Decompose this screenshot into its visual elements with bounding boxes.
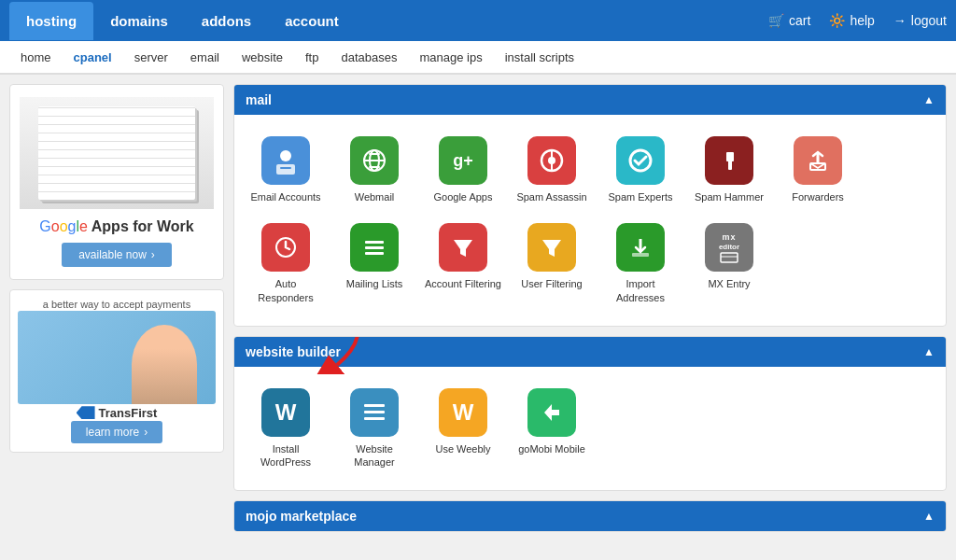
subnav-manage-ips[interactable]: manage ips <box>408 43 493 72</box>
spam-assassin-label: Spam Assassin <box>516 190 586 203</box>
mx-entry-img: mx editor <box>705 223 753 272</box>
tf-icon <box>77 406 95 419</box>
google-apps-icon[interactable]: g+ Google Apps <box>421 129 505 211</box>
import-addresses-img <box>616 223 665 272</box>
sub-navigation: home cpanel server email website ftp dat… <box>0 41 956 75</box>
user-filtering-img <box>527 223 576 272</box>
subnav-home[interactable]: home <box>9 43 63 72</box>
forwarders-label: Forwarders <box>792 190 844 203</box>
google-card-image <box>20 97 214 209</box>
website-builder-body: W Install WordPress Website Manager W Us… <box>234 367 946 491</box>
google-text: Google Apps for Work <box>39 218 193 235</box>
mojo-marketplace-header: mojo marketplace ▲ <box>234 501 946 531</box>
payment-tagline: a better way to accept payments <box>43 299 190 310</box>
sidebar: Google Apps for Work available now › a b… <box>9 84 224 551</box>
svg-marker-19 <box>454 240 472 257</box>
mail-section-title: mail <box>246 92 272 107</box>
account-filtering-img <box>439 223 487 272</box>
email-accounts-icon[interactable]: Email Accounts <box>244 129 328 211</box>
website-manager-img <box>350 388 399 437</box>
import-addresses-label: Import Addresses <box>602 277 679 304</box>
mojo-marketplace-collapse-icon[interactable]: ▲ <box>923 510 935 523</box>
subnav-email[interactable]: email <box>179 43 231 72</box>
svg-marker-28 <box>544 404 559 421</box>
cart-link[interactable]: 🛒 cart <box>768 13 810 28</box>
person-silhouette <box>18 311 216 404</box>
gomobi-mobile-img <box>527 388 576 437</box>
auto-responders-img <box>261 223 310 272</box>
mail-section-header: mail ▲ <box>234 85 946 115</box>
install-wordpress-icon[interactable]: W Install WordPress <box>244 381 328 477</box>
mojo-marketplace-title: mojo marketplace <box>246 509 357 524</box>
main-content: Google Apps for Work available now › a b… <box>0 75 956 560</box>
website-builder-section: website builder ▲ W Install WordPress <box>233 336 947 492</box>
svg-rect-21 <box>632 253 649 257</box>
nav-addons[interactable]: addons <box>185 2 268 40</box>
webmail-img <box>350 136 399 185</box>
help-link[interactable]: 🔆 help <box>829 13 874 28</box>
user-filtering-icon[interactable]: User Filtering <box>510 216 594 312</box>
subnav-install-scripts[interactable]: install scripts <box>494 43 585 72</box>
spam-assassin-img <box>527 136 576 185</box>
right-panel: mail ▲ Email Accounts Webmail <box>233 84 947 551</box>
subnav-databases[interactable]: databases <box>330 43 408 72</box>
spam-hammer-label: Spam Hammer <box>695 190 764 203</box>
website-builder-title: website builder <box>246 344 341 359</box>
svg-rect-27 <box>364 417 385 420</box>
import-addresses-icon[interactable]: Import Addresses <box>598 216 682 312</box>
svg-rect-17 <box>365 246 384 249</box>
nav-hosting[interactable]: hosting <box>9 2 93 40</box>
use-weebly-img: W <box>439 388 487 437</box>
mojo-marketplace-section: mojo marketplace ▲ <box>233 500 947 532</box>
svg-rect-7 <box>369 166 380 168</box>
install-wordpress-img: W <box>261 388 310 437</box>
learn-more-button[interactable]: learn more › <box>71 421 162 443</box>
spam-assassin-icon[interactable]: Spam Assassin <box>510 129 594 211</box>
mailing-lists-icon[interactable]: Mailing Lists <box>332 216 416 312</box>
logout-link[interactable]: → logout <box>893 13 947 28</box>
gomobi-mobile-label: goMobi Mobile <box>518 442 585 455</box>
account-filtering-icon[interactable]: Account Filtering <box>421 216 505 312</box>
svg-rect-25 <box>364 404 385 407</box>
forwarders-icon[interactable]: Forwarders <box>776 129 860 211</box>
spam-experts-img <box>616 136 665 185</box>
svg-rect-26 <box>364 411 385 413</box>
website-manager-icon[interactable]: Website Manager <box>332 381 416 477</box>
subnav-cpanel[interactable]: cpanel <box>63 43 123 72</box>
mail-collapse-icon[interactable]: ▲ <box>923 93 935 106</box>
use-weebly-icon[interactable]: W Use Weebly <box>421 381 505 477</box>
svg-point-0 <box>280 150 291 161</box>
webmail-label: Webmail <box>355 190 395 203</box>
available-now-button[interactable]: available now › <box>62 243 172 267</box>
spam-experts-icon[interactable]: Spam Experts <box>598 129 682 211</box>
email-accounts-label: Email Accounts <box>250 190 320 203</box>
svg-rect-22 <box>721 253 738 262</box>
nav-account[interactable]: account <box>268 2 356 40</box>
gomobi-mobile-icon[interactable]: goMobi Mobile <box>510 381 594 477</box>
top-navigation: hosting domains addons account 🛒 cart 🔆 … <box>0 0 956 41</box>
transfirst-logo: TransFirst <box>77 406 158 420</box>
top-nav-left: hosting domains addons account <box>9 2 356 40</box>
google-apps-img: g+ <box>439 136 487 185</box>
auto-responders-icon[interactable]: Auto Responders <box>244 216 328 312</box>
spam-hammer-icon[interactable]: Spam Hammer <box>687 129 771 211</box>
use-weebly-label: Use Weebly <box>435 442 490 455</box>
website-builder-collapse-icon[interactable]: ▲ <box>923 345 935 358</box>
svg-rect-16 <box>365 241 384 244</box>
spam-experts-label: Spam Experts <box>608 190 672 203</box>
website-builder-header: website builder ▲ <box>234 337 946 367</box>
forwarders-img <box>794 136 842 185</box>
subnav-website[interactable]: website <box>231 43 294 72</box>
svg-rect-6 <box>369 153 380 155</box>
mx-entry-icon[interactable]: mx editor MX Entry <box>687 216 771 312</box>
google-apps-card: Google Apps for Work available now › <box>9 84 224 280</box>
mail-section: mail ▲ Email Accounts Webmail <box>233 84 947 327</box>
mailing-lists-label: Mailing Lists <box>346 277 403 290</box>
auto-responders-label: Auto Responders <box>247 277 324 304</box>
subnav-server[interactable]: server <box>123 43 179 72</box>
subnav-ftp[interactable]: ftp <box>294 43 330 72</box>
webmail-icon[interactable]: Webmail <box>332 129 416 211</box>
user-filtering-label: User Filtering <box>521 277 582 290</box>
mx-entry-label: MX Entry <box>708 277 750 290</box>
nav-domains[interactable]: domains <box>93 2 185 40</box>
